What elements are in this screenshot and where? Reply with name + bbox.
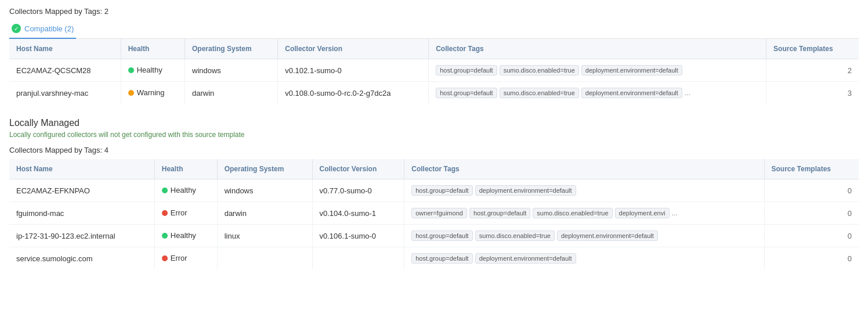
cell-source-templates: 0	[764, 247, 859, 270]
tag-badge: host.group=default	[411, 230, 472, 241]
tag-badge: host.group=default	[469, 208, 530, 218]
health-dot	[162, 188, 168, 193]
cell-version	[312, 247, 404, 270]
cell-host: ip-172-31-90-123.ec2.internal	[9, 225, 154, 247]
health-label: Healthy	[171, 231, 196, 240]
cell-tags: host.group=defaultsumo.disco.enabled=tru…	[404, 225, 764, 247]
tag-badge: host.group=default	[436, 65, 497, 75]
cell-health: Healthy	[154, 179, 217, 202]
locally-managed-section: Locally Managed Locally configured colle…	[9, 118, 859, 269]
lm-col-health: Health	[154, 159, 217, 179]
cell-os	[217, 247, 312, 270]
tabs-container: ✓ Compatible (2)	[9, 20, 859, 39]
health-badge: Error	[162, 208, 187, 217]
cell-version: v0.77.0-sumo-0	[312, 179, 404, 202]
cell-tags: host.group=defaultsumo.disco.enabled=tru…	[429, 82, 766, 105]
compatible-section: Collectors Mapped by Tags: 2 ✓ Compatibl…	[9, 7, 859, 104]
cell-source-templates: 0	[764, 225, 859, 247]
tag-badge: host.group=default	[411, 185, 472, 196]
cell-version: v0.106.1-sumo-0	[312, 225, 404, 247]
lm-col-version: Collector Version	[312, 159, 404, 179]
table-row: fguimond-macErrordarwinv0.104.0-sumo-1ow…	[9, 202, 859, 225]
cell-tags: host.group=defaultdeployment.environment…	[404, 247, 764, 270]
table-row: EC2AMAZ-EFKNPAOHealthywindowsv0.77.0-sum…	[9, 179, 859, 202]
lm-col-tags: Collector Tags	[404, 159, 764, 179]
col-health: Health	[121, 39, 185, 59]
health-badge: Healthy	[162, 231, 196, 240]
compatible-tab[interactable]: ✓ Compatible (2)	[9, 20, 76, 39]
table-row: service.sumologic.comErrorhost.group=def…	[9, 247, 859, 270]
tag-badge: sumo.disco.enabled=true	[533, 208, 612, 218]
table-row: ip-172-31-90-123.ec2.internalHealthylinu…	[9, 225, 859, 247]
cell-os: darwin	[185, 82, 278, 105]
cell-host: EC2AMAZ-EFKNPAO	[9, 179, 154, 202]
health-badge: Error	[162, 254, 187, 262]
locally-managed-collectors-title: Collectors Mapped by Tags: 4	[9, 146, 859, 154]
cell-source-templates: 0	[764, 202, 859, 225]
cell-os: windows	[217, 179, 312, 202]
health-label: Error	[171, 254, 187, 262]
lm-col-host-name: Host Name	[9, 159, 154, 179]
more-tags-indicator: ...	[685, 89, 690, 97]
col-host-name: Host Name	[9, 39, 121, 59]
health-dot	[162, 210, 168, 216]
page-container: Collectors Mapped by Tags: 2 ✓ Compatibl…	[9, 7, 859, 269]
tag-badge: deployment.envi	[615, 208, 670, 218]
tag-badge: deployment.environment=default	[581, 65, 682, 75]
col-tags: Collector Tags	[429, 39, 766, 59]
health-badge: Healthy	[128, 66, 162, 74]
tag-badge: deployment.environment=default	[475, 185, 576, 196]
cell-health: Healthy	[121, 59, 185, 82]
tag-badge: owner=fguimond	[411, 208, 467, 218]
tag-badge: host.group=default	[411, 253, 472, 264]
check-icon: ✓	[12, 24, 21, 33]
table-row: EC2AMAZ-QCSCM28Healthywindowsv0.102.1-su…	[9, 59, 859, 82]
cell-source-templates: 2	[766, 59, 859, 82]
health-label: Warning	[137, 88, 165, 97]
cell-tags: host.group=defaultsumo.disco.enabled=tru…	[429, 59, 766, 82]
locally-managed-table-header-row: Host Name Health Operating System Collec…	[9, 159, 859, 179]
cell-host: service.sumologic.com	[9, 247, 154, 270]
cell-health: Warning	[121, 82, 185, 105]
health-dot	[128, 90, 134, 96]
col-source-templates: Source Templates	[766, 39, 859, 59]
tag-badge: host.group=default	[436, 88, 497, 98]
cell-host: pranjul.varshney-mac	[9, 82, 121, 105]
compatible-section-title: Collectors Mapped by Tags: 2	[9, 7, 859, 16]
tag-badge: sumo.disco.enabled=true	[475, 230, 555, 241]
tag-badge: deployment.environment=default	[475, 253, 576, 264]
cell-os: windows	[185, 59, 278, 82]
health-badge: Warning	[128, 88, 165, 97]
cell-host: fguimond-mac	[9, 202, 154, 225]
compatible-table: Host Name Health Operating System Collec…	[9, 39, 859, 104]
locally-managed-title: Locally Managed	[9, 118, 859, 128]
cell-version: v0.102.1-sumo-0	[278, 59, 429, 82]
locally-managed-description: Locally configured collectors will not g…	[9, 131, 859, 139]
cell-health: Error	[154, 247, 217, 270]
lm-col-os: Operating System	[217, 159, 312, 179]
tag-badge: sumo.disco.enabled=true	[500, 88, 579, 98]
cell-tags: owner=fguimondhost.group=defaultsumo.dis…	[404, 202, 764, 225]
health-dot	[162, 233, 168, 239]
cell-version: v0.104.0-sumo-1	[312, 202, 404, 225]
health-label: Healthy	[137, 66, 162, 74]
lm-col-source-templates: Source Templates	[764, 159, 859, 179]
health-dot	[162, 255, 168, 261]
health-label: Error	[171, 208, 187, 217]
health-badge: Healthy	[162, 186, 196, 194]
tag-badge: deployment.environment=default	[557, 230, 658, 241]
tag-badge: sumo.disco.enabled=true	[500, 65, 579, 75]
cell-tags: host.group=defaultdeployment.environment…	[404, 179, 764, 202]
cell-source-templates: 3	[766, 82, 859, 105]
cell-health: Error	[154, 202, 217, 225]
locally-managed-table: Host Name Health Operating System Collec…	[9, 159, 859, 269]
cell-os: darwin	[217, 202, 312, 225]
cell-host: EC2AMAZ-QCSCM28	[9, 59, 121, 82]
cell-source-templates: 0	[764, 179, 859, 202]
compatible-tab-label: Compatible (2)	[24, 24, 74, 33]
cell-version: v0.108.0-sumo-0-rc.0-2-g7dc2a	[278, 82, 429, 105]
compatible-table-header-row: Host Name Health Operating System Collec…	[9, 39, 859, 59]
health-label: Healthy	[171, 186, 196, 194]
col-os: Operating System	[185, 39, 278, 59]
health-dot	[128, 67, 134, 73]
